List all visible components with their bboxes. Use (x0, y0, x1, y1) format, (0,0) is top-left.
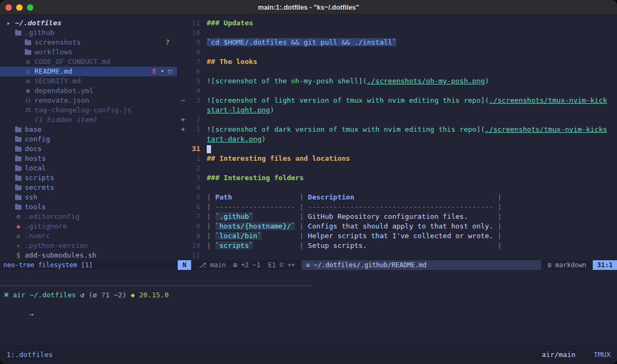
sign-column (178, 57, 186, 67)
tree-item-security-md[interactable]: ≡SECURITY.md (0, 76, 177, 86)
text-segment: ./screenshots/tmux-nvim-kicks (485, 125, 607, 133)
editor-line[interactable]: start-light.png) (178, 105, 617, 115)
shell-pane[interactable]: ⌘ air ~/.dotfiles ↺ (ø ?1 ~2) ◆ 20.15.0 … (0, 286, 617, 345)
tree-item-config[interactable]: config (0, 134, 177, 144)
tree-item-python-version[interactable]: ∗.python-version (0, 241, 177, 251)
line-number: 11 (186, 251, 200, 260)
tree-item-1-hidden-item[interactable]: (1 hidden item) (0, 115, 177, 125)
editor-line[interactable]: 4 (178, 183, 617, 192)
tmux-window-item[interactable]: 1:.dotfiles (6, 351, 53, 359)
folder-icon (14, 176, 23, 181)
editor-line[interactable]: 8| `hosts/{hostname}/` | Configs that sh… (178, 222, 617, 231)
tree-item-dotfiles[interactable]: ▸~/.dotfiles (0, 18, 177, 28)
editor-line[interactable]: 4 (178, 86, 617, 96)
editor-line[interactable]: 11 (178, 251, 617, 260)
tree-item-workflows[interactable]: workflows (0, 47, 177, 57)
editor-panel[interactable]: 11### Updates 10 9`cd $HOME/.dotfiles &&… (178, 15, 617, 260)
editor-line[interactable]: 9| `local/bin` | Helper scripts that I'v… (178, 231, 617, 241)
line-text: ## The looks (207, 57, 257, 67)
text-segment: tart-dark.png (207, 135, 262, 143)
tree-item-renovate-json[interactable]: {}renovate.json (0, 96, 177, 105)
tree-item-ssh[interactable]: ssh (0, 192, 177, 202)
editor-line[interactable]: 10| `scripts` | Setup scripts. | (178, 241, 617, 251)
text-segment: | (207, 212, 215, 220)
editor-line[interactable]: 1## Interesting files and locations (178, 154, 617, 163)
zoom-button[interactable] (27, 4, 33, 11)
tree-item-screenshots[interactable]: screenshots? (0, 38, 177, 47)
text-segment: ## Interesting files and locations (207, 154, 350, 162)
gear-icon: ⊛ (24, 86, 32, 96)
text-segment: Setup scripts. (308, 241, 367, 249)
text-segment: ![screenshot of light version of tmux wi… (207, 96, 485, 104)
tree-item-local[interactable]: local (0, 163, 177, 173)
line-number: 8 (186, 47, 200, 57)
tree-item-label: (1 hidden item) (34, 115, 97, 125)
tree-item-label: workflows (34, 47, 72, 57)
tree-item-dependabot-yml[interactable]: ⊛dependabot.yml (0, 86, 177, 96)
editor-line[interactable]: ~3![screenshot of light version of tmux … (178, 96, 617, 105)
sign-column (178, 192, 186, 202)
sign-column (178, 47, 186, 57)
chevron-icon: ▸ (4, 18, 13, 28)
editor-line[interactable]: 11### Updates (178, 18, 617, 28)
editor-line[interactable]: 5![screenshot of the oh-my-posh shell](.… (178, 76, 617, 86)
tree-item-scripts[interactable]: scripts (0, 173, 177, 183)
sign-column (178, 28, 186, 38)
git-sign: ~ (178, 96, 186, 105)
line-number: 4 (186, 86, 200, 96)
tree-item-docs[interactable]: docs (0, 144, 177, 154)
text-segment (367, 241, 497, 249)
line-number: 2 (186, 115, 200, 125)
editor-line[interactable]: 10 (178, 28, 617, 38)
tree-item-label: .nvmrc (25, 231, 50, 241)
sign-column (178, 154, 186, 163)
editor-line[interactable]: 6 (178, 67, 617, 76)
tmux-session: air/main (542, 351, 576, 359)
editor-line[interactable]: 8 (178, 47, 617, 57)
tree-item-label: base (25, 125, 41, 134)
line-number: 7 (186, 57, 200, 67)
markdown-file-icon: ≡ (24, 57, 32, 67)
line-number: 6 (186, 202, 200, 212)
git-untracked-badge: ? (165, 38, 170, 47)
tree-item-nvmrc[interactable]: ◇.nvmrc (0, 231, 177, 241)
editor-line[interactable]: 6| ------------------- | ---------------… (178, 202, 617, 212)
tree-item-label: CODE_OF_CONDUCT.md (34, 57, 110, 67)
tree-item-secrets[interactable]: secrets (0, 183, 177, 192)
editor-line[interactable]: 5| Path | Description | (178, 192, 617, 202)
sign-column (178, 251, 186, 260)
editor-line[interactable]: +1![screenshot of dark version of tmux w… (178, 125, 617, 134)
minimize-button[interactable] (16, 4, 23, 11)
tree-item-gitignore[interactable]: ◆.gitignore (0, 222, 177, 231)
tree-item-add-submodules-sh[interactable]: $add-submodules.sh (0, 251, 177, 260)
json-icon: {} (24, 96, 32, 105)
editor-line[interactable]: +2 (178, 115, 617, 125)
tree-item-tools[interactable]: tools (0, 202, 177, 212)
editor-line[interactable]: 31 (178, 144, 617, 154)
line-number: 9 (186, 38, 200, 47)
text-segment: ./screenshots/oh-my-posh.png (367, 77, 485, 85)
tree-item-github[interactable]: .github (0, 28, 177, 38)
folder-icon (14, 127, 23, 132)
tree-item-label: ssh (25, 192, 37, 202)
tree-item-base[interactable]: base (0, 125, 177, 134)
tree-item-readme-md[interactable]: ≡README.mdE•□ (0, 67, 177, 76)
editor-line[interactable]: 2 (178, 163, 617, 173)
sign-column (178, 67, 186, 76)
editor-line[interactable]: 3### Interesting folders (178, 173, 617, 183)
tree-item-hosts[interactable]: hosts (0, 154, 177, 163)
text-segment: | (299, 232, 308, 240)
tree-item-editorconfig[interactable]: ⊙.editorconfig (0, 212, 177, 222)
editor-line[interactable]: tart-dark.png) (178, 134, 617, 144)
line-number (186, 105, 200, 115)
editor-line[interactable]: 9`cd $HOME/.dotfiles && git pull && ./in… (178, 38, 617, 47)
close-button[interactable] (5, 4, 12, 11)
line-text: | `local/bin` | Helper scripts that I've… (207, 231, 502, 241)
tree-item-tag-changelog-config-js[interactable]: JStag-changelog-config.js (0, 105, 177, 115)
text-segment: start-light.png (207, 106, 270, 114)
editor-line[interactable]: 7## The looks (178, 57, 617, 67)
tree-item-code-of-conduct-md[interactable]: ≡CODE_OF_CONDUCT.md (0, 57, 177, 67)
line-number: 10 (186, 28, 200, 38)
editor-line[interactable]: 7| `.github` | GitHub Repository configu… (178, 212, 617, 222)
tree-item-label: add-submodules.sh (25, 251, 96, 260)
